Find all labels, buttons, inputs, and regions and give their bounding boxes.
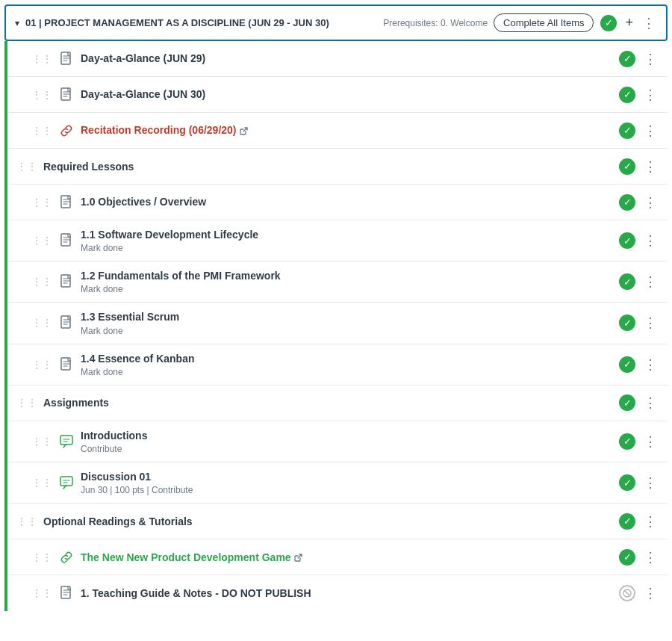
item-row-recitation: ⋮⋮ Recitation Recording (06/29/20) ✓⋮ [7,113,668,149]
item-row-day1: ⋮⋮ Day-at-a-Glance (JUN 29)✓⋮ [7,41,668,77]
svg-line-11 [625,591,630,596]
item-row-assignments: ⋮⋮Assignments✓⋮ [7,385,668,421]
item-row-lesson-pmi: ⋮⋮ 1.2 Fundamentals of the PMI Framework… [7,261,668,303]
item-title: Assignments [43,397,612,409]
item-subtitle: Jun 30 | 100 pts | Contribute [81,485,612,495]
item-more-button[interactable]: ⋮ [642,476,659,489]
item-subtitle: Mark done [81,243,612,253]
item-title[interactable]: 1.2 Fundamentals of the PMI Framework [81,269,612,282]
drag-handle[interactable]: ⋮⋮ [31,235,52,247]
item-title[interactable]: Introductions [81,429,612,442]
item-more-button[interactable]: ⋮ [642,88,659,102]
drag-handle[interactable]: ⋮⋮ [31,477,52,489]
drag-handle[interactable]: ⋮⋮ [16,161,37,173]
check-status-icon[interactable]: ✓ [618,86,636,104]
drag-handle[interactable]: ⋮⋮ [31,276,52,288]
item-row-introductions: ⋮⋮ IntroductionsContribute✓⋮ [7,421,668,462]
item-more-button[interactable]: ⋮ [642,196,659,209]
drag-handle[interactable]: ⋮⋮ [31,196,52,208]
check-status-icon[interactable]: ✓ [618,193,636,211]
svg-rect-8 [60,477,72,486]
item-more-button[interactable]: ⋮ [642,124,659,137]
item-title[interactable]: The New New Product Development Game [81,551,612,564]
check-status-icon[interactable]: ✓ [618,474,636,492]
item-more-button[interactable]: ⋮ [642,316,659,329]
drag-handle[interactable]: ⋮⋮ [31,89,52,101]
item-more-button[interactable]: ⋮ [642,435,659,448]
item-subtitle: Mark done [81,326,612,336]
drag-handle[interactable]: ⋮⋮ [31,125,52,137]
check-status-icon[interactable]: ✓ [618,513,636,530]
item-title[interactable]: 1.0 Objectives / Overview [81,195,612,208]
item-more-button[interactable]: ⋮ [642,396,659,409]
item-more-button[interactable]: ⋮ [642,358,659,371]
item-title: Required Lessons [43,161,612,173]
item-title: Optional Readings & Tutorials [43,515,612,527]
chat-icon [58,433,75,450]
doc-icon [58,194,75,211]
chat-icon [58,474,75,491]
check-status-icon[interactable]: ✓ [618,314,636,332]
doc-icon [58,51,75,67]
item-row-discussion01: ⋮⋮ Discussion 01Jun 30 | 100 pts | Contr… [7,462,668,504]
item-title[interactable]: 1.1 Software Development Lifecycle [81,228,612,241]
complete-all-button[interactable]: Complete All Items [494,13,594,32]
item-row-optional-readings: ⋮⋮Optional Readings & Tutorials✓⋮ [7,504,668,539]
drag-handle[interactable]: ⋮⋮ [31,587,52,599]
item-more-button[interactable]: ⋮ [642,160,659,173]
ban-status-icon[interactable] [618,584,636,602]
check-status-icon[interactable]: ✓ [618,158,636,176]
add-item-button[interactable]: + [623,15,635,31]
check-status-icon[interactable]: ✓ [618,122,636,140]
item-more-button[interactable]: ⋮ [642,586,659,600]
header-more-button[interactable]: ⋮ [641,16,657,30]
item-title[interactable]: Day-at-a-Glance (JUN 29) [81,52,612,65]
expand-arrow-icon[interactable]: ▾ [15,18,19,28]
check-status-icon[interactable]: ✓ [618,394,636,412]
item-subtitle: Contribute [81,444,612,454]
prerequisites-label: Prerequisites: 0. Welcome [383,18,488,28]
item-title[interactable]: 1.3 Essential Scrum [81,310,612,323]
item-more-button[interactable]: ⋮ [642,234,659,247]
item-row-required-lessons: ⋮⋮Required Lessons✓⋮ [7,149,668,185]
item-title[interactable]: 1. Teaching Guide & Notes - DO NOT PUBLI… [81,586,612,600]
drag-handle[interactable]: ⋮⋮ [31,317,52,329]
link-icon [58,123,75,139]
item-row-lesson-scrum: ⋮⋮ 1.3 Essential ScrumMark done✓⋮ [7,303,668,344]
item-title[interactable]: Recitation Recording (06/29/20) [81,123,612,137]
drag-handle[interactable]: ⋮⋮ [16,397,37,409]
item-more-button[interactable]: ⋮ [642,52,659,66]
doc-icon [58,315,75,331]
item-more-button[interactable]: ⋮ [642,551,659,564]
check-status-icon[interactable]: ✓ [618,356,636,374]
item-title[interactable]: Discussion 01 [81,470,612,483]
check-status-icon[interactable]: ✓ [618,548,636,566]
item-title[interactable]: Day-at-a-Glance (JUN 30) [81,87,612,101]
drag-handle[interactable]: ⋮⋮ [31,551,52,563]
header-check-icon: ✓ [600,14,617,32]
check-status-icon[interactable]: ✓ [618,50,636,68]
item-subtitle: Mark done [81,367,612,377]
item-more-button[interactable]: ⋮ [642,515,659,528]
drag-handle[interactable]: ⋮⋮ [31,53,52,65]
doc-icon [58,585,75,601]
item-row-new-product-game: ⋮⋮ The New New Product Development Game … [7,539,668,575]
check-status-icon[interactable]: ✓ [618,273,636,291]
check-status-icon[interactable]: ✓ [618,433,636,450]
item-title[interactable]: 1.4 Essence of Kanban [81,352,612,365]
drag-handle[interactable]: ⋮⋮ [16,515,37,527]
doc-icon [58,273,75,290]
item-row-lesson-kanban: ⋮⋮ 1.4 Essence of KanbanMark done✓⋮ [7,344,668,385]
check-status-icon[interactable]: ✓ [618,232,636,250]
doc-icon [58,87,75,103]
item-row-teaching-guide: ⋮⋮ 1. Teaching Guide & Notes - DO NOT PU… [7,575,668,611]
drag-handle[interactable]: ⋮⋮ [31,359,52,371]
drag-handle[interactable]: ⋮⋮ [31,436,52,448]
module-title: 01 | PROJECT MANAGEMENT AS A DISCIPLINE … [25,17,377,28]
svg-rect-7 [60,436,72,445]
link-icon [58,549,75,566]
doc-icon [58,232,75,249]
module-header: ▾ 01 | PROJECT MANAGEMENT AS A DISCIPLIN… [4,4,668,41]
item-row-lesson-sdlc: ⋮⋮ 1.1 Software Development LifecycleMar… [7,220,668,261]
item-more-button[interactable]: ⋮ [642,275,659,288]
